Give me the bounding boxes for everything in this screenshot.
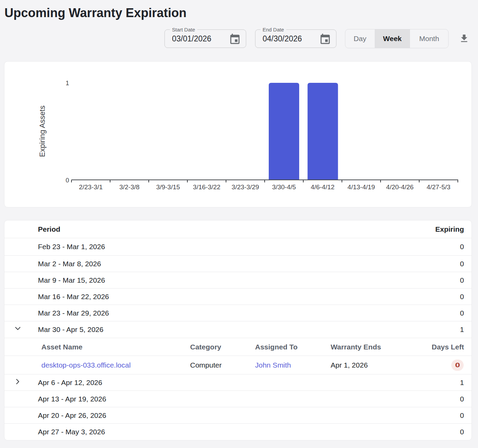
svg-text:3/30-4/5: 3/30-4/5 (272, 183, 296, 191)
svg-text:4/27-5/3: 4/27-5/3 (427, 183, 451, 191)
svg-text:4/20-4/26: 4/20-4/26 (386, 183, 413, 191)
svg-text:3/9-3/15: 3/9-3/15 (156, 183, 180, 191)
svg-text:Expiring Assets: Expiring Assets (38, 105, 47, 157)
svg-text:3/16-3/22: 3/16-3/22 (193, 183, 220, 191)
svg-text:3/23-3/29: 3/23-3/29 (231, 183, 259, 191)
svg-text:2/23-3/1: 2/23-3/1 (79, 183, 103, 191)
svg-text:1: 1 (66, 80, 69, 87)
svg-text:0: 0 (66, 177, 69, 184)
svg-text:4/13-4/19: 4/13-4/19 (347, 183, 375, 191)
svg-text:4/6-4/12: 4/6-4/12 (311, 183, 335, 191)
svg-text:3/2-3/8: 3/2-3/8 (119, 183, 140, 191)
